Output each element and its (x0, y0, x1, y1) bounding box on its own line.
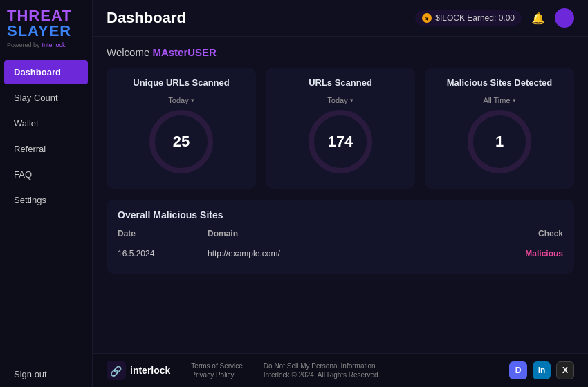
stat-card-title-1: Unique URLs Scanned (118, 77, 245, 88)
donut-unique-urls: 25 (147, 107, 216, 176)
footer-extra-links: Do Not Sell My Personal Information Inte… (264, 362, 380, 379)
logo-area: THREAT SLAYER Powered by Interlock (0, 0, 92, 54)
stat-card-title-2: URLs Scanned (277, 77, 404, 88)
stat-card-header-1: Unique URLs Scanned (118, 77, 245, 88)
discord-button[interactable]: D (509, 361, 527, 379)
nav-menu: Dashboard Slay Count Wallet Referral FAQ… (0, 59, 92, 361)
col-header-date: Date (118, 229, 208, 238)
stat-card-header-3: Malicious Sites Detected (436, 77, 563, 88)
ilock-earned-badge: $ $ILOCK Earned: 0.00 (415, 10, 522, 26)
linkedin-button[interactable]: in (533, 361, 551, 379)
footer-logo: 🔗 interlock (107, 361, 170, 380)
x-button[interactable]: X (556, 361, 574, 379)
sidebar: THREAT SLAYER Powered by Interlock Dashb… (0, 0, 93, 387)
powered-by: Powered by Interlock (7, 41, 66, 48)
welcome-text: Welcome MAsterUSER (107, 46, 574, 58)
sidebar-item-faq[interactable]: FAQ (4, 162, 88, 187)
footer-links: Terms of Service Privacy Policy (191, 362, 242, 379)
svg-text:🔗: 🔗 (110, 366, 122, 377)
interlock-logo-icon: 🔗 (107, 361, 126, 380)
row-domain[interactable]: http://example.com/ (208, 249, 494, 258)
stat-cards: Unique URLs Scanned Today ▾ (107, 68, 574, 189)
footer-socials: D in X (509, 361, 574, 379)
linkedin-icon: in (538, 366, 546, 375)
main-area: Dashboard $ $ILOCK Earned: 0.00 🔔 Welcom… (93, 0, 588, 387)
col-header-domain: Domain (208, 229, 494, 238)
col-header-check: Check (494, 229, 563, 238)
stat-card-title-3: Malicious Sites Detected (436, 77, 563, 88)
content-area: Welcome MAsterUSER Unique URLs Scanned T… (93, 37, 588, 353)
ilock-coin-icon: $ (422, 13, 432, 23)
ilock-earned-text: $ILOCK Earned: 0.00 (435, 13, 515, 23)
powered-interlock-label: Interlock (42, 41, 66, 48)
chevron-down-icon: ▾ (191, 97, 194, 104)
malicious-table-section: Overall Malicious Sites Date Domain Chec… (107, 200, 574, 274)
sidebar-item-settings[interactable]: Settings (4, 188, 88, 212)
header-right: $ $ILOCK Earned: 0.00 🔔 (415, 8, 574, 28)
chevron-down-icon-2: ▾ (350, 97, 353, 104)
sidebar-item-wallet[interactable]: Wallet (4, 111, 88, 135)
terms-link[interactable]: Terms of Service (191, 362, 242, 370)
row-check-value: Malicious (494, 249, 563, 258)
stat-filter-2[interactable]: Today ▾ (327, 96, 353, 104)
footer-brand-name: interlock (130, 365, 170, 376)
stat-card-malicious: Malicious Sites Detected All Time ▾ (425, 68, 574, 189)
privacy-link[interactable]: Privacy Policy (191, 371, 242, 379)
copyright-text: Interlock © 2024. All Rights Reserved. (264, 371, 380, 379)
stat-card-unique-urls: Unique URLs Scanned Today ▾ (107, 68, 256, 189)
header: Dashboard $ $ILOCK Earned: 0.00 🔔 (93, 0, 588, 37)
sidebar-item-dashboard[interactable]: Dashboard (4, 60, 88, 84)
table-header: Date Domain Check (118, 229, 563, 243)
logo: THREAT SLAYER (7, 8, 72, 39)
table-title: Overall Malicious Sites (118, 209, 563, 220)
logo-slayer: SLAYER (7, 22, 71, 39)
stat-value-3: 1 (495, 133, 504, 151)
chevron-down-icon-3: ▾ (513, 97, 516, 104)
page-title: Dashboard (107, 9, 186, 27)
stat-value-2: 174 (328, 133, 353, 151)
stat-filter-3[interactable]: All Time ▾ (483, 96, 515, 104)
discord-icon: D (515, 366, 522, 375)
sidebar-item-slay-count[interactable]: Slay Count (4, 86, 88, 110)
welcome-username: MAsterUSER (152, 46, 217, 58)
sidebar-item-referral[interactable]: Referral (4, 137, 88, 161)
stat-filter-1[interactable]: Today ▾ (168, 96, 194, 104)
avatar[interactable] (555, 8, 574, 28)
stat-value-1: 25 (173, 133, 190, 151)
table-row: 16.5.2024 http://example.com/ Malicious (118, 243, 563, 264)
footer: 🔗 interlock Terms of Service Privacy Pol… (93, 353, 588, 387)
row-date: 16.5.2024 (118, 249, 208, 258)
stat-card-urls-scanned: URLs Scanned Today ▾ (266, 68, 415, 189)
stat-card-header-2: URLs Scanned (277, 77, 404, 88)
donut-malicious: 1 (465, 107, 534, 176)
bell-icon[interactable]: 🔔 (531, 12, 545, 25)
sign-out-button[interactable]: Sign out (4, 362, 88, 386)
no-sell-text[interactable]: Do Not Sell My Personal Information (264, 362, 380, 370)
x-icon: X (562, 366, 568, 375)
donut-urls-scanned: 174 (306, 107, 375, 176)
